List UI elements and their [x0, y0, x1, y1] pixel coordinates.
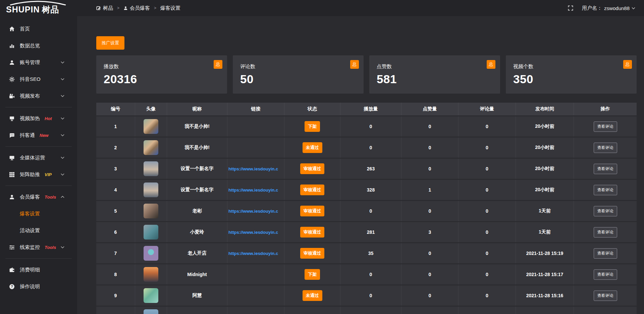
user-menu[interactable]: 用户名：zswodun88	[582, 5, 635, 11]
fullscreen-icon[interactable]	[568, 5, 573, 11]
video-link[interactable]: https://www.iesdouyin.c	[227, 166, 284, 171]
total-badge: 总	[214, 60, 222, 69]
nickname: 阿慧	[167, 285, 227, 306]
video-link[interactable]: https://www.iesdouyin.c	[227, 209, 284, 214]
breadcrumb-separator: >	[117, 6, 119, 10]
sidebar-item-all-media[interactable]: 全媒体运营	[0, 149, 77, 166]
sidebar-item-account-mgmt[interactable]: 账号管理	[0, 54, 77, 71]
sidebar-divider	[5, 146, 72, 147]
comment-count	[459, 307, 516, 314]
video-camera-icon	[9, 93, 15, 99]
view-comments-button[interactable]: 查看评论	[594, 185, 617, 195]
chevron-up-icon	[59, 196, 65, 198]
caret-down-icon	[632, 7, 635, 9]
gear-icon	[9, 76, 15, 82]
status-badge: 审核通过	[300, 248, 324, 259]
sidebar-item-member-baoke[interactable]: 会员爆客 Tools	[0, 189, 77, 205]
play-count: 0	[340, 116, 401, 137]
nickname: Midnight	[167, 264, 227, 284]
col-header-actions: 操作	[574, 103, 637, 115]
like-count: 0	[401, 159, 459, 179]
breadcrumb-item-shupin[interactable]: 树品	[96, 5, 113, 11]
promotion-settings-button[interactable]: 推广设置	[96, 36, 124, 50]
breadcrumb-item-member-baoke[interactable]: 会员爆客	[123, 5, 150, 11]
sidebar-subitem-baoke-settings[interactable]: 爆客设置	[0, 205, 77, 222]
sidebar-item-douyin-seo[interactable]: 抖音SEO	[0, 71, 77, 88]
sidebar-item-home[interactable]: 首页	[0, 20, 77, 37]
sidebar-item-video-heat[interactable]: 视频加热 Hot	[0, 110, 77, 127]
stat-value: 20316	[104, 72, 220, 86]
sidebar-item-label: 抖音SEO	[20, 76, 41, 83]
view-comments-button[interactable]: 查看评论	[594, 121, 617, 132]
sidebar-item-douketong[interactable]: 抖客通 New	[0, 127, 77, 144]
sliders-icon	[9, 245, 15, 250]
publish-time: 20小时前	[516, 138, 574, 158]
home-icon	[9, 26, 15, 32]
col-header-status: 状态	[284, 103, 340, 115]
video-link[interactable]: https://www.iesdouyin.c	[227, 188, 284, 193]
publish-time: 20小时前	[516, 180, 574, 200]
sidebar-item-video-publish[interactable]: 视频发布	[0, 88, 77, 104]
video-link[interactable]: https://www.iesdouyin.c	[227, 230, 284, 235]
sidebar-item-clue-monitor[interactable]: 线索监控 Tools	[0, 239, 77, 256]
sidebar-subitem-label: 爆客设置	[20, 211, 40, 217]
sidebar-divider	[5, 258, 72, 259]
sidebar-subitem-activity-settings[interactable]: 活动设置	[0, 222, 77, 239]
col-header-nickname: 昵称	[167, 103, 227, 115]
status-badge: 审核通过	[300, 185, 324, 195]
chevron-down-icon	[59, 134, 65, 137]
play-count: 0	[340, 201, 401, 221]
logo[interactable]: SHUPIN树品	[0, 0, 77, 16]
total-badge: 总	[487, 60, 495, 69]
sidebar-item-consumption-detail[interactable]: 消费明细	[0, 261, 77, 278]
col-header-link: 链接	[227, 103, 284, 115]
chevron-down-icon	[59, 95, 65, 97]
view-comments-button[interactable]: 查看评论	[594, 227, 617, 238]
sidebar-item-matrix-boost[interactable]: 矩阵助推 VIP	[0, 166, 77, 183]
like-count: 0	[401, 138, 459, 158]
like-count	[401, 307, 459, 314]
avatar	[144, 309, 158, 314]
row-id: 2	[96, 138, 135, 158]
sidebar-item-label: 线索监控	[20, 244, 40, 251]
view-comments-button[interactable]: 查看评论	[594, 291, 617, 301]
stat-value: 350	[513, 72, 630, 86]
play-count: 281	[340, 222, 401, 242]
like-count: 0	[401, 243, 459, 263]
logo-text-en: SHUPIN	[6, 5, 40, 14]
edit-square-icon	[96, 6, 101, 10]
view-comments-button[interactable]: 查看评论	[594, 143, 617, 153]
view-comments-button[interactable]: 查看评论	[594, 206, 617, 216]
publish-time: 2021-11-28 15:16	[516, 285, 574, 306]
chevron-down-icon	[59, 246, 65, 249]
breadcrumb-label: 树品	[103, 5, 113, 11]
breadcrumb: 树品 > 会员爆客 > 爆客设置	[96, 5, 180, 11]
stat-label: 点赞数	[377, 63, 493, 70]
row-id: 1	[96, 116, 135, 137]
publish-time: 2021-11-28 15:17	[516, 264, 574, 284]
view-comments-button[interactable]: 查看评论	[594, 269, 617, 280]
view-comments-button[interactable]: 查看评论	[594, 164, 617, 174]
sidebar-item-label: 消费明细	[20, 267, 40, 273]
comment-count: 0	[459, 243, 516, 263]
comment-count: 0	[459, 116, 516, 137]
col-header-plays: 播放量	[340, 103, 401, 115]
play-count: 0	[340, 138, 401, 158]
publish-time: 2021-11-28 15:19	[516, 243, 574, 263]
col-header-publish-time: 发布时间	[516, 103, 574, 115]
screen-icon	[9, 116, 15, 121]
nickname: 我不是小帅!	[167, 116, 227, 137]
video-link[interactable]: https://www.iesdouyin.c	[227, 251, 284, 256]
sidebar-item-data-overview[interactable]: 数据总览	[0, 37, 77, 54]
sidebar-item-label: 抖客通	[20, 132, 35, 139]
row-id: 7	[96, 243, 135, 263]
stat-card-plays: 播放数 20316 总	[96, 55, 227, 94]
sidebar-item-operation-guide[interactable]: ? 操作说明	[0, 278, 77, 295]
view-comments-button[interactable]: 查看评论	[594, 248, 617, 259]
publish-time	[516, 307, 574, 314]
publish-time: 20小时前	[516, 116, 574, 137]
like-count: 0	[401, 116, 459, 137]
chat-icon	[9, 133, 15, 138]
like-count: 0	[401, 201, 459, 221]
table-row: 9 阿慧 未通过 0 0 0 2021-11-28 15:16 查看评论	[96, 285, 637, 306]
